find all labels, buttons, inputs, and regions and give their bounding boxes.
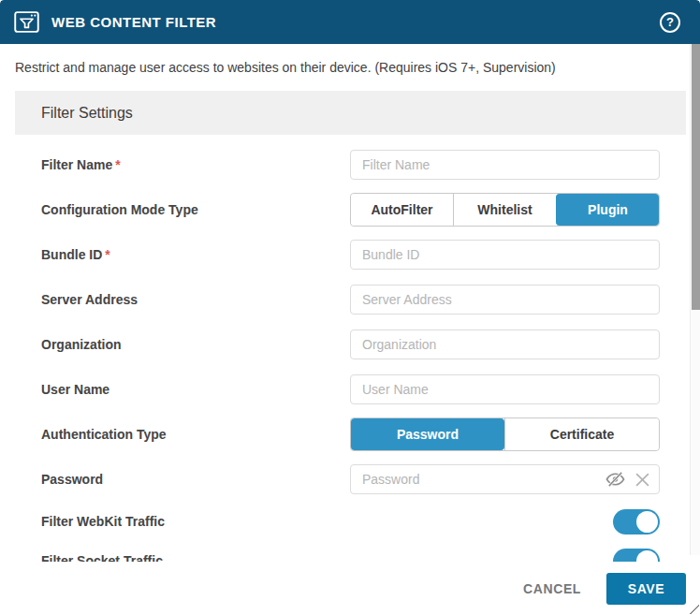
bundle-id-input[interactable]	[350, 240, 660, 270]
dialog-title: WEB CONTENT FILTER	[51, 14, 216, 30]
input-wrap-user-name	[350, 374, 660, 404]
field-icons-password	[605, 464, 649, 494]
field-label-filter-socket-traffic: Filter Socket Traffic	[41, 553, 163, 562]
field-label-configuration-mode-type: Configuration Mode Type	[41, 202, 198, 217]
field-control-organization	[350, 329, 660, 359]
web-filter-icon	[14, 11, 39, 33]
field-control-server-address	[350, 285, 660, 315]
input-wrap-server-address	[350, 285, 660, 315]
server-address-input[interactable]	[350, 285, 660, 315]
field-control-filter-webkit-traffic	[350, 509, 660, 534]
field-label-password: Password	[41, 472, 103, 487]
dialog-footer: CANCEL SAVE	[0, 562, 700, 615]
field-control-bundle-id	[350, 240, 660, 270]
field-label-filter-name: Filter Name*	[41, 157, 121, 172]
toggle-knob	[636, 511, 658, 533]
segment-whitelist[interactable]: Whitelist	[453, 194, 556, 226]
save-button[interactable]: SAVE	[606, 573, 686, 605]
form-row-password: Password	[41, 457, 660, 502]
field-label-organization: Organization	[41, 337, 122, 352]
field-control-authentication-type: PasswordCertificate	[350, 417, 660, 451]
field-control-filter-socket-traffic	[350, 549, 660, 563]
input-wrap-organization	[350, 329, 660, 359]
field-control-user-name	[350, 374, 660, 404]
toggle-knob	[636, 550, 658, 563]
dialog-description: Restrict and manage user access to websi…	[15, 59, 675, 77]
required-asterisk: *	[115, 157, 120, 172]
field-control-filter-name	[350, 150, 660, 180]
authentication-type-segmented: PasswordCertificate	[350, 417, 660, 451]
form-row-filter-name: Filter Name*	[41, 142, 660, 187]
input-wrap-filter-name	[350, 150, 660, 180]
field-control-configuration-mode-type: AutoFilterWhitelistPlugin	[350, 193, 660, 227]
segment-plugin[interactable]: Plugin	[556, 194, 659, 226]
segment-password[interactable]: Password	[351, 418, 504, 450]
field-label-bundle-id: Bundle ID*	[41, 247, 110, 262]
help-icon[interactable]: ?	[660, 12, 680, 33]
form-rows: Filter Name*Configuration Mode TypeAutoF…	[15, 135, 686, 562]
form-row-filter-webkit-traffic: Filter WebKit Traffic	[41, 502, 660, 541]
input-wrap-bundle-id	[350, 240, 660, 270]
filter-name-input[interactable]	[350, 150, 660, 180]
form-row-authentication-type: Authentication TypePasswordCertificate	[41, 412, 660, 457]
form-row-server-address: Server Address	[41, 277, 660, 322]
toggle-filter-webkit-traffic[interactable]	[613, 509, 660, 534]
section-title: Filter Settings	[15, 91, 686, 135]
organization-input[interactable]	[350, 329, 660, 359]
dialog-body: Restrict and manage user access to websi…	[0, 44, 690, 562]
required-asterisk: *	[105, 247, 109, 262]
form-row-bundle-id: Bundle ID*	[41, 232, 660, 277]
field-label-filter-webkit-traffic: Filter WebKit Traffic	[41, 514, 165, 529]
cancel-button[interactable]: CANCEL	[523, 581, 581, 596]
filter-settings-section: Filter Settings Filter Name*Configuratio…	[15, 91, 686, 562]
form-row-filter-socket-traffic: Filter Socket Traffic	[41, 541, 660, 562]
clear-icon[interactable]	[635, 473, 649, 487]
configuration-mode-type-segmented: AutoFilterWhitelistPlugin	[350, 193, 660, 227]
form-row-user-name: User Name	[41, 367, 660, 412]
segment-autofilter[interactable]: AutoFilter	[351, 194, 453, 226]
field-label-user-name: User Name	[41, 382, 109, 397]
dialog-header: WEB CONTENT FILTER ?	[0, 0, 700, 44]
field-label-server-address: Server Address	[41, 292, 138, 307]
resize-grip-icon[interactable]	[690, 605, 699, 614]
scrollbar-thumb[interactable]	[692, 44, 700, 310]
form-row-organization: Organization	[41, 322, 660, 367]
form-row-configuration-mode-type: Configuration Mode TypeAutoFilterWhiteli…	[41, 187, 660, 232]
web-content-filter-dialog: WEB CONTENT FILTER ? Restrict and manage…	[0, 0, 700, 615]
eye-off-icon[interactable]	[605, 471, 625, 488]
toggle-filter-socket-traffic[interactable]	[613, 549, 660, 563]
field-control-password	[350, 464, 660, 494]
field-label-authentication-type: Authentication Type	[41, 427, 167, 442]
user-name-input[interactable]	[350, 374, 660, 404]
segment-certificate[interactable]: Certificate	[504, 418, 659, 450]
input-wrap-password	[350, 464, 660, 494]
scrollbar-track[interactable]	[690, 44, 700, 555]
